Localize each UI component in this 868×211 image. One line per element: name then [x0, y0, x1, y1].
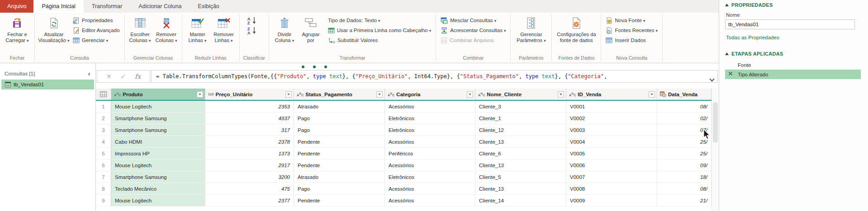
refresh-preview-button[interactable]: Atualizar Visualização — [38, 14, 70, 44]
grid-corner-select-all[interactable] — [96, 89, 111, 100]
grid-cell[interactable]: Mouse Logitech — [111, 195, 205, 206]
grid-cell[interactable]: Cliente_3 — [475, 101, 566, 113]
grid-cell[interactable]: 18/ — [657, 171, 711, 183]
grid-cell[interactable]: 3200 — [205, 171, 294, 183]
grid-cell[interactable]: Smartphone Samsung — [111, 124, 205, 136]
grid-cell[interactable]: Cliente_6 — [475, 148, 566, 159]
tab-arquivo[interactable]: Arquivo — [0, 0, 33, 13]
delete-step-icon[interactable] — [728, 71, 733, 76]
grid-cell[interactable]: Eletrônicos — [385, 171, 475, 183]
grid-cell[interactable]: Impressora HP — [111, 148, 205, 159]
scrollbar-thumb[interactable] — [713, 102, 718, 143]
merge-queries-button[interactable]: Mesclar Consultas — [439, 15, 508, 25]
row-number[interactable]: 3 — [96, 124, 111, 136]
manage-parameters-button[interactable]: Gerenciar Parâmetros — [513, 14, 549, 44]
column-header-Categoria[interactable]: ABCCategoria — [385, 89, 475, 100]
grid-cell[interactable]: 2378 — [205, 136, 294, 148]
grid-cell[interactable]: Atrasado — [294, 171, 385, 183]
row-number[interactable]: 1 — [96, 101, 111, 113]
grid-cell[interactable]: Eletrônicos — [385, 124, 475, 136]
grid-cell[interactable]: V0003 — [566, 124, 657, 136]
tab-exibicao[interactable]: Exibição — [190, 0, 228, 13]
grid-cell[interactable]: Pendente — [294, 195, 385, 206]
column-filter-button[interactable] — [197, 91, 203, 98]
use-first-row-button[interactable]: Usar a Primeira Linha como Cabeçalho — [326, 25, 433, 35]
grid-cell[interactable]: Acessórios — [385, 195, 475, 206]
grid-cell[interactable]: Mouse Logitech — [111, 101, 205, 113]
grid-cell[interactable]: Smartphone Samsung — [111, 171, 205, 183]
grid-cell[interactable]: 475 — [205, 183, 294, 195]
grid-cell[interactable]: Pendente — [294, 136, 385, 148]
sort-ascending-button[interactable]: A Z — [247, 16, 258, 24]
data-type-button[interactable]: Tipo de Dados: Texto — [326, 15, 433, 25]
cancel-formula-icon[interactable]: ✕ — [106, 73, 112, 80]
grid-cell[interactable]: Pendente — [294, 159, 385, 171]
grid-cell[interactable]: V0006 — [566, 159, 657, 171]
choose-columns-button[interactable]: Escolher Colunas — [128, 14, 153, 44]
close-and-load-button[interactable]: Fechar e Carregar — [3, 14, 32, 44]
grid-cell[interactable]: Mouse Logitech — [111, 159, 205, 171]
grid-cell[interactable]: 09/ — [657, 159, 711, 171]
grid-cell[interactable]: 2377 — [205, 195, 294, 206]
grid-cell[interactable]: Atrasado — [294, 101, 385, 113]
column-header-Produto[interactable]: ABCProduto — [111, 89, 205, 100]
tab-pagina-inicial[interactable]: Página Inicial — [33, 0, 83, 13]
grid-cell[interactable]: Pago — [294, 124, 385, 136]
data-source-settings-button[interactable]: Configurações da fonte de dados — [555, 14, 598, 43]
row-number[interactable]: 5 — [96, 148, 111, 159]
column-filter-button[interactable] — [467, 91, 473, 98]
group-by-button[interactable]: Agrupar por — [298, 14, 323, 43]
grid-cell[interactable]: Acessórios — [385, 159, 475, 171]
grid-cell[interactable]: Cliente_1 — [475, 113, 566, 124]
row-number[interactable]: 2 — [96, 113, 111, 124]
column-header-Status_Pagamento[interactable]: ABCStatus_Pagamento — [294, 89, 385, 100]
grid-cell[interactable]: Teclado Mecânico — [111, 183, 205, 195]
grid-cell[interactable]: Acessórios — [385, 101, 475, 113]
grid-cell[interactable]: 25/ — [657, 148, 711, 159]
grid-cell[interactable]: V0005 — [566, 148, 657, 159]
grid-cell[interactable]: V0007 — [566, 171, 657, 183]
keep-rows-button[interactable]: Manter Linhas — [185, 14, 210, 44]
row-number[interactable]: 8 — [96, 183, 111, 195]
row-number[interactable]: 6 — [96, 159, 111, 171]
query-name-input[interactable] — [725, 19, 855, 29]
column-filter-button[interactable] — [649, 91, 655, 98]
all-properties-link[interactable]: Todas as Propriedades — [726, 35, 779, 40]
grid-cell[interactable]: Acessórios — [385, 136, 475, 148]
grid-cell[interactable]: V0001 — [566, 101, 657, 113]
grid-cell[interactable]: 1373 — [205, 148, 294, 159]
applied-step-item[interactable]: Tipo Alterado — [725, 70, 861, 79]
query-list-item[interactable]: tb_Vendas01 — [1, 80, 94, 89]
grid-cell[interactable]: V0009 — [566, 195, 657, 206]
split-column-button[interactable]: Dividir Coluna — [272, 14, 297, 44]
grid-cell[interactable]: Cliente_13 — [475, 136, 566, 148]
manage-query-button[interactable]: Gerenciar — [71, 35, 122, 45]
grid-cell[interactable]: Cabo HDMI — [111, 136, 205, 148]
applied-step-item[interactable]: Fonte — [725, 60, 861, 70]
confirm-formula-icon[interactable]: ✓ — [120, 73, 126, 80]
row-number[interactable]: 4 — [96, 136, 111, 148]
grid-cell[interactable]: Cliente_12 — [475, 124, 566, 136]
grid-cell[interactable]: Eletrônicos — [385, 113, 475, 124]
formula-input[interactable]: = Table.TransformColumnTypes(Fonte,{{"Pr… — [151, 70, 718, 83]
grid-cell[interactable]: Periféricos — [385, 148, 475, 159]
grid-cell[interactable]: 08/ — [657, 101, 711, 113]
collapse-properties-icon[interactable] — [725, 4, 729, 6]
new-source-button[interactable]: Nova Fonte — [604, 15, 659, 25]
grid-cell[interactable]: Cliente_5 — [475, 171, 566, 183]
column-filter-button[interactable] — [376, 91, 383, 98]
grid-cell[interactable]: Acessórios — [385, 183, 475, 195]
collapse-steps-icon[interactable] — [725, 52, 729, 55]
grid-cell[interactable]: Pago — [294, 183, 385, 195]
column-filter-button[interactable] — [558, 91, 564, 98]
grid-cell[interactable]: 4937 — [205, 113, 294, 124]
grid-cell[interactable]: Pago — [294, 113, 385, 124]
grid-cell[interactable]: Pendente — [294, 148, 385, 159]
grid-cell[interactable]: 2353 — [205, 101, 294, 113]
row-number[interactable]: 9 — [96, 195, 111, 206]
column-header-Preço_Unitário[interactable]: 123Preço_Unitário — [205, 89, 294, 100]
grid-cell[interactable]: 2917 — [205, 159, 294, 171]
remove-rows-button[interactable]: Remover Linhas — [211, 14, 237, 44]
remove-columns-button[interactable]: Remover Colunas — [154, 14, 179, 44]
grid-cell[interactable]: Cliente_13 — [475, 183, 566, 195]
